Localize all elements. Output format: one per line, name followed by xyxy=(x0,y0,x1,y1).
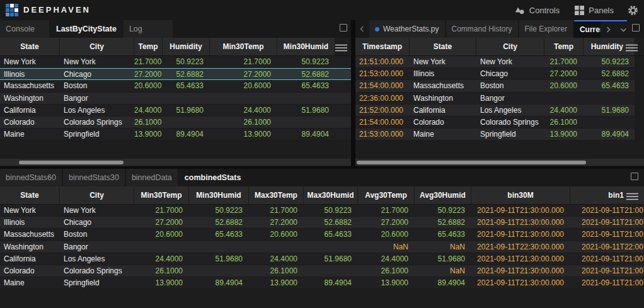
maximize-icon[interactable] xyxy=(632,24,640,31)
column-header-city[interactable]: City xyxy=(60,186,134,204)
table-row[interactable]: 21:53:00.000MaineSpringfield13.900089.49… xyxy=(355,128,644,140)
h-scrollbar-thumb[interactable] xyxy=(19,161,124,164)
tab-lastbycitystate[interactable]: LastByCityState xyxy=(50,20,124,38)
table-row[interactable]: 21:53:00.000IllinoisChicago27.200052.688… xyxy=(355,68,644,80)
column-header-city[interactable]: City xyxy=(476,38,544,55)
tab-label: binnedData xyxy=(132,169,172,186)
column-header-bin30m[interactable]: bin30M xyxy=(471,186,570,204)
panel-top-right: WeatherStats.pyCommand HistoryFile Explo… xyxy=(355,20,644,166)
cell xyxy=(134,93,163,104)
tab-weatherstats-py[interactable]: WeatherStats.py xyxy=(369,20,446,38)
column-header-temp[interactable]: Temp xyxy=(134,38,163,55)
cell: 2021-09-11T21:30:00.000 xyxy=(471,253,570,265)
column-header-min30humid[interactable]: Min30Humid xyxy=(277,38,335,55)
tab-combinedstats[interactable]: combinedStats xyxy=(179,169,248,186)
table-row[interactable]: WashingtonBangorNaNNaN2021-09-11T22:30:0… xyxy=(0,241,644,253)
cell xyxy=(134,241,189,253)
cell: Colorado Springs xyxy=(60,117,134,128)
cell: 89.4904 xyxy=(584,128,635,140)
cell: New York xyxy=(60,56,134,67)
cell: Washington xyxy=(0,241,60,253)
column-header-min30humid[interactable]: Min30Humid xyxy=(189,186,249,204)
cell: 13.9000 xyxy=(358,277,415,288)
table-row[interactable]: 21:54:00.000MassachusettsBoston20.600065… xyxy=(355,80,644,92)
table-row[interactable]: 21:54:00.000ColoradoColorado Springs26.1… xyxy=(355,117,644,128)
table-row[interactable]: MassachusettsBoston20.600065.463320.6000… xyxy=(0,80,351,92)
cell: Boston xyxy=(476,80,544,91)
tab-command-history[interactable]: Command History xyxy=(446,20,519,38)
cell: Los Angeles xyxy=(60,105,134,116)
cell: New York xyxy=(0,56,60,67)
table-row[interactable]: MaineSpringfield13.900089.490413.900089.… xyxy=(0,277,644,289)
h-scrollbar[interactable] xyxy=(355,159,644,166)
table-row[interactable]: IllinoisChicago27.200052.688227.200052.6… xyxy=(0,217,644,229)
cell: 52.6882 xyxy=(277,69,335,79)
cell: 51.9680 xyxy=(304,253,358,265)
cell: 65.4633 xyxy=(415,229,471,240)
app-header: DEEPHAVEN Controls Panels xyxy=(0,0,644,20)
table-row[interactable]: WashingtonBangor xyxy=(0,93,351,105)
column-header-humidity[interactable]: Humidity xyxy=(163,38,210,55)
panels-button[interactable]: Panels xyxy=(575,6,614,15)
tab-binnedstats30[interactable]: binnedStats30 xyxy=(63,169,126,186)
cell xyxy=(584,93,635,104)
controls-button[interactable]: Controls xyxy=(514,5,560,15)
table-menu-icon[interactable] xyxy=(335,43,347,54)
column-header-min30temp[interactable]: Min30Temp xyxy=(210,38,277,55)
table-row[interactable]: 21:51:00.000New YorkNew York21.700050.92… xyxy=(355,56,644,68)
column-header-min30temp[interactable]: Min30Temp xyxy=(134,186,189,204)
cell: 50.9223 xyxy=(163,56,210,67)
cell: 2021-09-11T21:00:00.000 xyxy=(570,229,644,240)
cell: 52.6882 xyxy=(189,217,249,228)
tab-log[interactable]: Log xyxy=(124,20,174,38)
column-header-state[interactable]: State xyxy=(410,38,476,55)
cell: 24.4000 xyxy=(358,253,415,265)
unsaved-changes-dot-icon xyxy=(375,27,379,31)
cell: NaN xyxy=(415,265,471,277)
cell xyxy=(277,93,335,104)
cell: 50.9223 xyxy=(277,56,335,67)
cell: 27.2000 xyxy=(134,69,163,79)
tab-console[interactable]: Console xyxy=(0,20,50,38)
column-header-max30temp[interactable]: Max30Temp xyxy=(249,186,304,204)
settings-gear-icon[interactable] xyxy=(627,4,639,16)
table-menu-icon[interactable] xyxy=(626,43,638,54)
column-header-state[interactable]: State xyxy=(0,38,60,55)
table-menu-icon[interactable] xyxy=(626,191,638,203)
maximize-icon[interactable] xyxy=(631,173,638,180)
h-scrollbar-thumb[interactable] xyxy=(357,161,586,164)
tabs-scroll-left-icon[interactable] xyxy=(355,20,369,38)
tabs-overflow-icon[interactable] xyxy=(616,21,631,38)
column-header-max30humid[interactable]: Max30Humid xyxy=(304,186,358,204)
cell: 89.4904 xyxy=(277,128,335,140)
tabs-scroll-right-icon[interactable] xyxy=(601,21,616,38)
tab-label: Log xyxy=(129,20,142,38)
cell: 2021-09-11T21:00:00.000 xyxy=(570,253,644,265)
column-header-temp[interactable]: Temp xyxy=(544,38,584,55)
h-scrollbar[interactable] xyxy=(0,159,351,166)
table-row[interactable]: CaliforniaLos Angeles24.400051.968024.40… xyxy=(0,105,351,117)
table-row[interactable]: ColoradoColorado Springs26.100026.1000 xyxy=(0,117,351,128)
table-row[interactable]: IllinoisChicago27.200052.688227.200052.6… xyxy=(0,68,351,80)
cell: 27.2000 xyxy=(210,69,277,79)
cell: 2021-09-11T21:30:00.000 xyxy=(471,229,570,240)
tab-binnedstats60[interactable]: binnedStats60 xyxy=(0,169,63,186)
column-header-avg30humid[interactable]: Avg30Humid xyxy=(415,186,471,204)
column-header-avg30temp[interactable]: Avg30Temp xyxy=(358,186,415,204)
column-header-state[interactable]: State xyxy=(0,186,60,204)
table-row[interactable]: 22:36:00.000WashingtonBangor xyxy=(355,93,644,105)
column-header-timestamp[interactable]: Timestamp xyxy=(355,38,410,55)
table-row[interactable]: New YorkNew York21.700050.922321.700050.… xyxy=(0,56,351,68)
tab-binneddata[interactable]: binnedData xyxy=(126,169,179,186)
table-row[interactable]: MaineSpringfield13.900089.490413.900089.… xyxy=(0,128,351,140)
table-row[interactable]: New YorkNew York21.700050.922321.700050.… xyxy=(0,205,644,217)
cell: Maine xyxy=(0,277,60,288)
column-header-city[interactable]: City xyxy=(60,38,134,55)
table-row[interactable]: MassachusettsBoston20.600065.463320.6000… xyxy=(0,229,644,241)
table-row[interactable]: 21:52:00.000CaliforniaLos Angeles24.4000… xyxy=(355,105,644,117)
cell xyxy=(544,93,584,104)
maximize-icon[interactable] xyxy=(340,24,347,31)
table-row[interactable]: ColoradoColorado Springs26.100026.100026… xyxy=(0,265,644,277)
tab-file-explorer[interactable]: File Explorer xyxy=(519,20,574,38)
table-row[interactable]: CaliforniaLos Angeles24.400051.968024.40… xyxy=(0,253,644,265)
